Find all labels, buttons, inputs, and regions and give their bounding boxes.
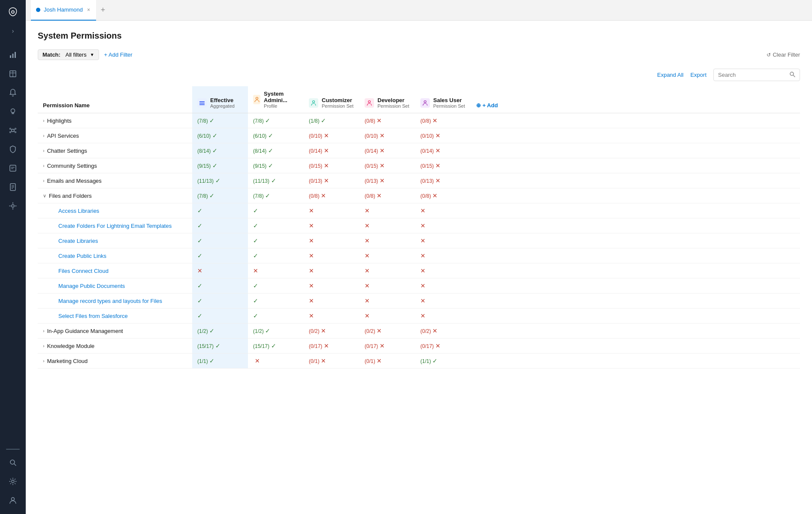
expand-all-button[interactable]: Expand All xyxy=(657,72,683,78)
lightbulb-icon[interactable] xyxy=(4,103,21,120)
salesuser-cell: (0/8) ✕ xyxy=(415,188,471,203)
developer-cell: ✕ xyxy=(359,248,415,263)
add-filter-button[interactable]: + Add Filter xyxy=(104,51,133,58)
match-label: Match: xyxy=(42,51,60,58)
row-expander[interactable]: › xyxy=(43,148,45,153)
search-icon xyxy=(789,71,795,79)
svg-point-32 xyxy=(12,498,15,501)
tab-add-button[interactable]: + xyxy=(96,3,110,17)
col-header-add[interactable]: ⊕ + Add xyxy=(471,86,800,113)
empty-cell xyxy=(471,188,800,203)
table-row: ›Chatter Settings (8/14) ✓ (8/14) ✓ (0/1… xyxy=(38,143,800,158)
gear-icon[interactable] xyxy=(4,473,21,490)
tab-josh-hammond[interactable]: Josh Hammond × xyxy=(31,0,96,21)
table-row: ∨Files and Folders (7/8) ✓ (7/8) ✓ (0/8)… xyxy=(38,188,800,203)
permission-name-cell: ›Knowledge Module xyxy=(38,339,192,354)
sysadmin-cell: (7/8) ✓ xyxy=(248,188,304,203)
permission-name-cell: ›Marketing Cloud xyxy=(38,354,192,369)
permission-link[interactable]: Manage record types and layouts for File… xyxy=(58,298,162,304)
sysadmin-cell: ✓ xyxy=(248,278,304,293)
svg-point-39 xyxy=(313,100,315,103)
effective-sub: Aggregated xyxy=(210,103,235,109)
empty-cell xyxy=(471,143,800,158)
file-doc-icon[interactable] xyxy=(4,178,21,196)
network-icon[interactable] xyxy=(4,122,21,139)
permission-name-cell: Access Libraries xyxy=(38,203,192,218)
permission-link[interactable]: Create Libraries xyxy=(58,238,98,244)
permission-name: Knowledge Module xyxy=(47,343,95,349)
permission-name: API Services xyxy=(47,133,79,139)
col-header-effective: Effective Aggregated xyxy=(192,86,248,113)
tab-close-button[interactable]: × xyxy=(86,6,91,14)
customizer-cell: (0/17) ✕ xyxy=(304,339,359,354)
row-expander[interactable]: › xyxy=(43,358,45,363)
svg-point-7 xyxy=(11,109,15,113)
salesuser-cell: (0/15) ✕ xyxy=(415,158,471,173)
empty-cell xyxy=(471,248,800,263)
table-row: Files Connect Cloud ✕ ✕ ✕ ✕ ✕ xyxy=(38,263,800,278)
tag-icon[interactable] xyxy=(4,160,21,177)
customizer-cell: (0/8) ✕ xyxy=(304,188,359,203)
match-filter-button[interactable]: Match: All filters ▼ xyxy=(38,49,99,60)
search-nav-icon[interactable] xyxy=(4,454,21,471)
svg-line-34 xyxy=(794,76,795,77)
svg-rect-3 xyxy=(15,52,16,58)
salesuser-sub: Permission Set xyxy=(433,103,465,109)
svg-rect-35 xyxy=(199,101,205,102)
permission-link[interactable]: Access Libraries xyxy=(58,208,99,214)
developer-cell: ✕ xyxy=(359,233,415,248)
permission-link[interactable]: Select Files from Salesforce xyxy=(58,313,128,319)
user-nav-icon[interactable] xyxy=(4,492,21,509)
row-expander[interactable]: › xyxy=(43,178,45,183)
customizer-cell: ✕ xyxy=(304,293,359,308)
sysadmin-cell: ✕ xyxy=(248,354,304,369)
clear-filter-label: Clear Filter xyxy=(773,51,800,58)
table-row: ›Emails and Messages (11/13) ✓ (11/13) ✓… xyxy=(38,173,800,188)
row-expander[interactable]: › xyxy=(43,328,45,333)
row-expander[interactable]: › xyxy=(43,343,45,348)
permission-link[interactable]: Manage Public Documents xyxy=(58,283,125,289)
table-row: Create Libraries ✓ ✓ ✕ ✕ ✕ xyxy=(38,233,800,248)
permission-name-cell: Manage record types and layouts for File… xyxy=(38,293,192,308)
row-expander[interactable]: › xyxy=(43,163,45,168)
table-row: Select Files from Salesforce ✓ ✓ ✕ ✕ ✕ xyxy=(38,308,800,324)
salesuser-label: Sales User xyxy=(433,97,465,103)
sysadmin-cell: ✓ xyxy=(248,203,304,218)
table-icon[interactable] xyxy=(4,65,21,82)
salesforce-dot xyxy=(36,8,40,12)
permission-name: Marketing Cloud xyxy=(47,358,88,364)
svg-line-30 xyxy=(14,464,16,466)
sidebar-toggle[interactable]: › xyxy=(5,23,21,39)
permission-link[interactable]: Files Connect Cloud xyxy=(58,268,109,274)
export-button[interactable]: Export xyxy=(690,72,706,78)
row-expander[interactable]: › xyxy=(43,133,45,138)
empty-cell xyxy=(471,293,800,308)
shield-icon[interactable] xyxy=(4,141,21,158)
permission-link[interactable]: Create Folders For Lightning Email Templ… xyxy=(58,223,172,229)
table-row: ›Marketing Cloud (1/1) ✓ ✕ (0/1) ✕ (0/1)… xyxy=(38,354,800,369)
permission-name: Chatter Settings xyxy=(47,148,87,154)
sysadmin-cell: (11/13) ✓ xyxy=(248,173,304,188)
tab-bar: Josh Hammond × + xyxy=(26,0,812,21)
permission-link[interactable]: Create Public Links xyxy=(58,253,106,259)
search-input[interactable] xyxy=(718,72,787,78)
developer-cell: (0/13) ✕ xyxy=(359,173,415,188)
bell-icon[interactable] xyxy=(4,84,21,101)
developer-cell: (0/8) ✕ xyxy=(359,113,415,128)
developer-label: Developer xyxy=(377,97,409,103)
refresh-icon: ↺ xyxy=(767,52,771,58)
salesuser-cell: ✕ xyxy=(415,308,471,324)
permission-name-cell: Create Public Links xyxy=(38,248,192,263)
effective-cell: (7/8) ✓ xyxy=(192,188,248,203)
sun-icon[interactable] xyxy=(4,197,21,215)
customizer-cell: (0/13) ✕ xyxy=(304,173,359,188)
customizer-cell: ✕ xyxy=(304,263,359,278)
row-expander[interactable]: › xyxy=(43,118,45,123)
effective-cell: (7/8) ✓ xyxy=(192,113,248,128)
row-expander[interactable]: ∨ xyxy=(43,193,46,199)
chart-bar-icon[interactable] xyxy=(4,46,21,63)
clear-filter-button[interactable]: ↺ Clear Filter xyxy=(767,51,800,58)
salesuser-cell: ✕ xyxy=(415,278,471,293)
app-logo xyxy=(5,4,21,20)
salesuser-icon xyxy=(420,98,430,108)
